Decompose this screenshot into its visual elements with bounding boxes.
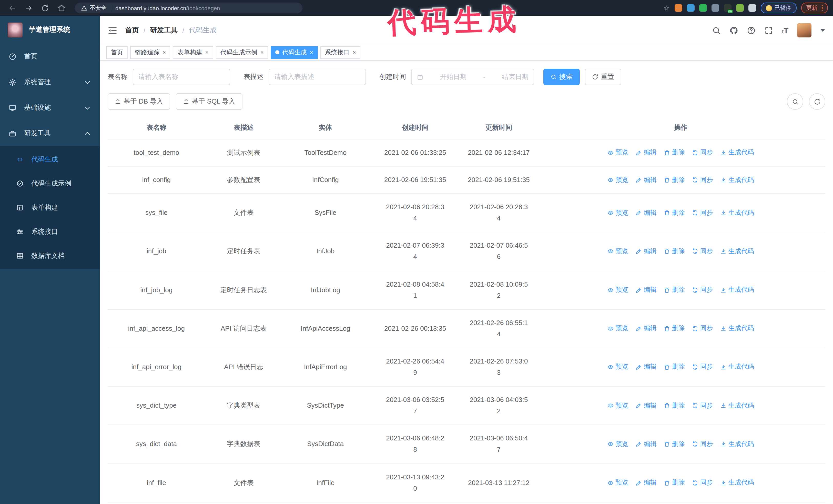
search-icon[interactable] xyxy=(712,26,721,34)
edit-action-link[interactable]: 编辑 xyxy=(636,147,657,159)
menu-fold-icon[interactable] xyxy=(108,25,117,35)
preview-action-link[interactable]: 预览 xyxy=(608,208,628,218)
sidebar-item-form-builder[interactable]: 表单构建 xyxy=(0,195,100,219)
generate-action-link[interactable]: 生成代码 xyxy=(720,208,754,218)
import-db-button[interactable]: 基于 DB 导入 xyxy=(108,93,170,110)
generate-action-link[interactable]: 生成代码 xyxy=(720,362,754,373)
generate-action-link[interactable]: 生成代码 xyxy=(720,246,754,257)
sidebar-item-infrastructure[interactable]: 基础设施 xyxy=(0,95,100,120)
generate-action-link[interactable]: 生成代码 xyxy=(720,174,754,186)
edit-action-link[interactable]: 编辑 xyxy=(636,323,657,334)
address-bar[interactable]: 不安全 dashboard.yudao.iocoder.cn/tool/code… xyxy=(75,3,303,13)
preview-action-link[interactable]: 预览 xyxy=(608,147,628,159)
edit-action-link[interactable]: 编辑 xyxy=(636,439,657,450)
forward-icon[interactable] xyxy=(25,4,33,12)
edit-action-link[interactable]: 编辑 xyxy=(636,174,657,186)
font-size-icon[interactable]: tT xyxy=(782,26,788,34)
edit-action-link[interactable]: 编辑 xyxy=(636,362,657,373)
generate-action-link[interactable]: 生成代码 xyxy=(720,285,754,295)
toggle-search-button[interactable] xyxy=(787,93,803,110)
delete-action-link[interactable]: 删除 xyxy=(664,323,685,334)
generate-action-link[interactable]: 生成代码 xyxy=(720,477,754,488)
tab-codegen-example[interactable]: 代码生成示例× xyxy=(216,46,268,59)
sync-action-link[interactable]: 同步 xyxy=(692,439,713,450)
preview-action-link[interactable]: 预览 xyxy=(608,246,628,257)
table-row[interactable]: sys_dict_data字典数据表SysDictData2021-03-06 … xyxy=(108,425,825,463)
back-icon[interactable] xyxy=(8,4,17,12)
sync-action-link[interactable]: 同步 xyxy=(692,285,713,295)
update-browser-badge[interactable]: 更新 xyxy=(801,3,828,13)
close-icon[interactable]: × xyxy=(353,49,356,55)
generate-action-link[interactable]: 生成代码 xyxy=(720,400,754,411)
blue-gem-extension-icon[interactable] xyxy=(687,4,694,12)
preview-action-link[interactable]: 预览 xyxy=(608,362,628,373)
tab-codegen[interactable]: 代码生成× xyxy=(271,46,318,59)
home-icon[interactable] xyxy=(57,4,66,12)
edit-action-link[interactable]: 编辑 xyxy=(636,246,657,257)
table-row[interactable]: inf_api_access_logAPI 访问日志表InfApiAccessL… xyxy=(108,309,825,348)
delete-action-link[interactable]: 删除 xyxy=(664,400,685,411)
reload-icon[interactable] xyxy=(41,4,49,12)
table-row[interactable]: sys_dict_type字典类型表SysDictType2021-03-06 … xyxy=(108,386,825,425)
delete-action-link[interactable]: 删除 xyxy=(664,477,685,488)
sidebar-item-codegen[interactable]: 代码生成 xyxy=(0,147,100,171)
preview-action-link[interactable]: 预览 xyxy=(608,477,628,488)
sidebar-item-dev-tools[interactable]: 研发工具 xyxy=(0,120,100,146)
bookmark-star-icon[interactable]: ☆ xyxy=(663,4,670,11)
table-row[interactable]: inf_config参数配置表InfConfig2021-02-06 19:51… xyxy=(108,166,825,194)
sidebar-item-home[interactable]: 首页 xyxy=(0,44,100,69)
avatar[interactable] xyxy=(797,23,811,38)
tab-form-builder[interactable]: 表单构建× xyxy=(173,46,213,59)
dark-on-extension-icon[interactable]: on xyxy=(723,4,731,12)
delete-action-link[interactable]: 删除 xyxy=(664,147,685,159)
more-menu-icon[interactable] xyxy=(822,5,823,11)
sync-action-link[interactable]: 同步 xyxy=(692,174,713,186)
edit-action-link[interactable]: 编辑 xyxy=(636,208,657,218)
preview-action-link[interactable]: 预览 xyxy=(608,174,628,186)
close-icon[interactable]: × xyxy=(205,49,209,55)
breadcrumb-dev-tools[interactable]: 研发工具 xyxy=(150,26,178,35)
chevron-down-icon[interactable] xyxy=(820,29,825,32)
github-icon[interactable] xyxy=(730,26,738,34)
delete-action-link[interactable]: 删除 xyxy=(664,285,685,295)
table-row[interactable]: tool_test_demo测试示例表ToolTestDemo2021-02-0… xyxy=(108,139,825,166)
generate-action-link[interactable]: 生成代码 xyxy=(720,323,754,334)
table-row[interactable]: sys_file文件表SysFile2021-02-06 20:28:34202… xyxy=(108,194,825,232)
edit-action-link[interactable]: 编辑 xyxy=(636,477,657,488)
table-row[interactable]: inf_job_log定时任务日志表InfJobLog2021-02-08 04… xyxy=(108,271,825,309)
table-name-input[interactable]: 请输入表名称 xyxy=(133,69,230,85)
generate-action-link[interactable]: 生成代码 xyxy=(720,147,754,159)
sidebar-item-codegen-example[interactable]: 代码生成示例 xyxy=(0,171,100,195)
delete-action-link[interactable]: 删除 xyxy=(664,174,685,186)
sidebar-logo-row[interactable]: 芋道管理系统 xyxy=(0,16,100,44)
delete-action-link[interactable]: 删除 xyxy=(664,362,685,373)
sidebar-item-system-api[interactable]: 系统接口 xyxy=(0,219,100,243)
tab-home[interactable]: 首页 xyxy=(106,46,128,59)
search-button[interactable]: 搜索 xyxy=(543,69,580,85)
sync-action-link[interactable]: 同步 xyxy=(692,362,713,373)
sidebar-item-system-management[interactable]: 系统管理 xyxy=(0,69,100,95)
paused-extension-badge[interactable]: 已暂停 xyxy=(760,3,796,13)
sidebar-item-db-doc[interactable]: 数据库文档 xyxy=(0,243,100,268)
sync-action-link[interactable]: 同步 xyxy=(692,477,713,488)
tab-system-api[interactable]: 系统接口× xyxy=(320,46,361,59)
preview-action-link[interactable]: 预览 xyxy=(608,400,628,411)
puzzle-extension-icon[interactable] xyxy=(748,4,756,12)
sync-action-link[interactable]: 同步 xyxy=(692,246,713,257)
breadcrumb-home[interactable]: 首页 xyxy=(125,26,139,35)
close-icon[interactable]: × xyxy=(163,49,166,55)
sync-action-link[interactable]: 同步 xyxy=(692,400,713,411)
edit-action-link[interactable]: 编辑 xyxy=(636,400,657,411)
green-figure-extension-icon[interactable] xyxy=(736,4,743,12)
tab-tracing[interactable]: 链路追踪× xyxy=(130,46,170,59)
table-desc-input[interactable]: 请输入表描述 xyxy=(269,69,366,85)
refresh-table-button[interactable] xyxy=(809,93,825,110)
table-row[interactable]: inf_job定时任务表InfJob2021-02-07 06:39:34202… xyxy=(108,232,825,271)
orange-extension-icon[interactable] xyxy=(674,4,682,12)
security-indicator[interactable]: 不安全 xyxy=(81,4,106,12)
table-row[interactable]: inf_file文件表InfFile2021-03-13 09:43:20202… xyxy=(108,463,825,502)
grid-extension-icon[interactable] xyxy=(711,4,719,12)
sync-action-link[interactable]: 同步 xyxy=(692,147,713,159)
sync-action-link[interactable]: 同步 xyxy=(692,208,713,218)
reset-button[interactable]: 重置 xyxy=(585,69,621,85)
